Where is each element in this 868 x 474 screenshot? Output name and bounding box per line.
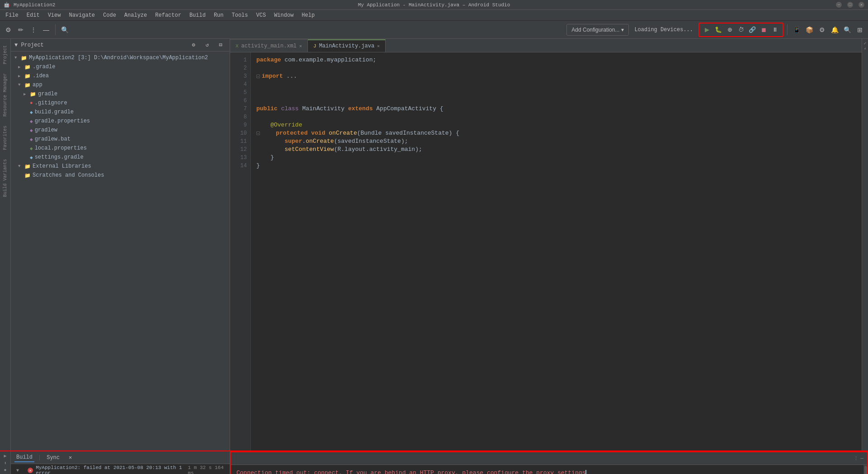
arrow-root: ▼ [14,56,19,60]
menu-run[interactable]: Run [210,11,227,19]
build-right-more[interactable]: ⋮ [854,455,859,461]
tree-label-gradlew: gradlew [35,127,57,133]
menu-window[interactable]: Window [270,11,297,19]
build-item-root[interactable]: ▼ ✕ MyApplication2: failed at 2021-05-08… [13,466,228,474]
resource-manager-tab[interactable]: Resource Manager [1,70,9,119]
project-tree: ▼ 📁 MyApplication2 [3:] D:\Android\Works… [11,52,230,451]
maximize-button[interactable]: □ [847,2,853,8]
build-tab-build[interactable]: Build [14,453,34,462]
menu-help[interactable]: Help [298,11,318,19]
build-panel-left: Build | Sync ✕ ▼ ✕ MyApplication2: faile… [11,451,230,474]
build-tab-sync[interactable]: Sync [45,454,61,462]
build-right-close[interactable]: — [860,455,863,461]
main-content: Project Resource Manager Favorites Build… [0,39,868,451]
run-button[interactable]: ▶ [702,25,712,35]
stop-button[interactable]: ◼ [759,25,769,35]
ln-13: 13 [230,154,247,162]
menu-build[interactable]: Build [186,11,209,19]
build-icon-1[interactable]: ▶ [4,453,6,459]
attach-debugger-btn[interactable]: 🔗 [747,25,757,35]
project-gear-icon[interactable]: ⚙ [188,40,199,51]
tree-gitignore[interactable]: ● .gitignore [11,99,230,108]
add-configuration-button[interactable]: Add Configuration... ▾ [566,24,629,36]
tree-settings-gradle[interactable]: ◆ settings.gradle [11,153,230,162]
tree-label-settings-gradle: settings.gradle [35,154,84,160]
tree-gradle-properties[interactable]: ◆ gradle.properties [11,117,230,126]
menu-edit[interactable]: Edit [23,11,43,19]
tab-main-activity-java[interactable]: J MainActivity.java ✕ [308,39,386,52]
project-collapse-icon[interactable]: ⊟ [215,40,226,51]
toolbar-minimize-view-btn[interactable]: — [41,24,52,35]
close-button[interactable]: ✕ [859,2,864,8]
build-icon-2[interactable]: ⬆ [4,460,6,466]
toolbar-search-btn[interactable]: 🔍 [59,24,70,35]
menu-tools[interactable]: Tools [228,11,252,19]
ln-4: 4 [230,80,247,89]
menu-file[interactable]: File [2,11,22,19]
tree-local-props[interactable]: ◆ local.properties [11,144,230,153]
tree-idea[interactable]: ▶ 📁 .idea [11,71,230,80]
toolbar-more-btn[interactable]: ⋮ [28,24,39,35]
tree-ext-libs[interactable]: ▼ 📁 External Libraries [11,162,230,171]
ln-2: 2 [230,64,247,72]
app-name: MyApplication2 [14,2,55,8]
search-everywhere-btn[interactable]: 🔍 [842,24,853,35]
favorites-tab[interactable]: Favorites [1,123,9,153]
sdk-manager-btn[interactable]: 📦 [804,24,815,35]
code-editor[interactable]: 1 2 3 4 5 6 7 8 9 10 11 12 13 14 package… [230,52,862,451]
settings-btn[interactable]: ⚙ [816,24,827,35]
menu-refactor[interactable]: Refactor [151,11,185,19]
cursor [585,470,586,474]
pause-button[interactable]: ⏸ [770,25,780,35]
tree-app[interactable]: ▼ 📁 app [11,80,230,89]
ln-14: 14 [230,162,247,170]
coverage-button[interactable]: ⊕ [725,25,735,35]
tab-activity-main-xml[interactable]: X activity_main.xml ✕ [230,39,308,52]
toolbar-sep-2 [787,24,788,35]
ln-6: 6 [230,97,247,105]
tree-gradle-sub[interactable]: ▶ 📁 gradle [11,89,230,99]
build-tab-close[interactable]: ✕ [67,453,74,462]
project-sync-icon[interactable]: ↺ [202,40,212,51]
tree-gradlew[interactable]: ◆ gradlew [11,126,230,135]
notifications-btn[interactable]: 🔔 [829,24,840,35]
folder-icon-root: 📁 [21,55,27,61]
avd-manager-btn[interactable]: 📱 [791,24,802,35]
tree-gradlew-bat[interactable]: ◆ gradlew.bat [11,135,230,144]
layout-btn[interactable]: ⊞ [854,24,865,35]
tree-label-build-gradle: build.gradle [35,109,74,115]
minimize-button[interactable]: ─ [836,2,842,8]
tab-close-java[interactable]: ✕ [377,43,380,49]
right-sidebar-icon-1[interactable]: ✓ [863,41,868,46]
build-variants-tab[interactable]: Build Variants [1,156,9,200]
chevron-down-icon: ▾ [621,27,624,33]
tree-scratches[interactable]: 📁 Scratches and Consoles [11,171,230,180]
menu-code[interactable]: Code [99,11,120,19]
menu-vcs[interactable]: VCS [253,11,270,19]
arrow-gradle: ▶ [18,65,23,70]
tree-root[interactable]: ▼ 📁 MyApplication2 [3:] D:\Android\Works… [11,53,230,62]
toolbar-sync-btn[interactable]: ⚙ [3,24,14,35]
build-panel-header: Build | Sync ✕ [11,451,230,464]
toolbar-edit-btn[interactable]: ✏ [15,24,26,35]
file-icon-settings-gradle: ◆ [30,155,33,160]
debug-button[interactable]: 🐛 [713,25,723,35]
project-dropdown[interactable]: ▼ Project [14,42,44,48]
profile-button[interactable]: ⏱ [736,25,746,35]
tree-gradle[interactable]: ▶ 📁 .gradle [11,62,230,71]
folder-icon-idea: 📁 [24,73,31,79]
menu-view[interactable]: View [44,11,65,19]
right-sidebar-icon-2[interactable]: ⚡ [863,46,868,52]
project-vert-tab[interactable]: Project [1,42,9,67]
build-icon-3[interactable]: ● [4,468,6,473]
build-content: ▼ ✕ MyApplication2: failed at 2021-05-08… [11,464,230,474]
title-left: 🤖 MyApplication2 [4,2,55,8]
build-tab-sep: | [38,455,41,461]
error-scrollbar[interactable] [863,465,867,474]
menu-analyze[interactable]: Analyze [121,11,151,19]
error-output[interactable]: Connection timed out: connect. If you ar… [231,465,867,474]
tab-close-xml[interactable]: ✕ [299,43,302,49]
tree-build-gradle[interactable]: ◆ build.gradle [11,108,230,117]
code-content[interactable]: package com.example.myapplication; -impo… [251,52,862,451]
menu-navigate[interactable]: Navigate [65,11,99,19]
